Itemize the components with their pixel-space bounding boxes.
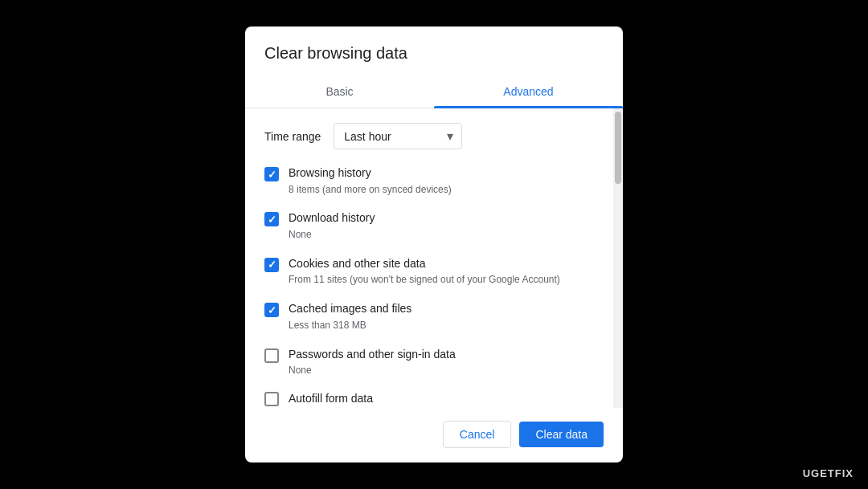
scrollbar-thumb[interactable]	[615, 112, 621, 184]
checkbox-item-download-history: ✓ Download history None	[264, 210, 594, 241]
cancel-button[interactable]: Cancel	[443, 421, 512, 448]
content-area: Time range Last hour ▾ ✓ Browsing histor…	[245, 108, 613, 408]
checkbox-cached-images[interactable]: ✓	[264, 303, 279, 317]
checkbox-sublabel-download-history: None	[289, 228, 375, 242]
checkbox-sublabel-passwords: None	[289, 364, 456, 377]
checkbox-item-passwords: Passwords and other sign-in data None	[264, 347, 594, 377]
checkbox-download-history[interactable]: ✓	[264, 212, 279, 226]
clear-browsing-data-dialog: Clear browsing data Basic Advanced Time …	[245, 26, 623, 463]
checkbox-cookies[interactable]: ✓	[264, 258, 279, 272]
checkbox-item-autofill: Autofill form data	[264, 392, 594, 408]
time-range-label: Time range	[264, 130, 321, 143]
checkbox-sublabel-cached-images: Less than 318 MB	[289, 319, 411, 332]
time-range-value: Last hour	[344, 130, 391, 143]
checkbox-label-browsing-history: Browsing history	[289, 165, 452, 181]
clear-data-button[interactable]: Clear data	[519, 422, 604, 447]
tab-basic[interactable]: Basic	[245, 77, 434, 108]
checkmark-icon: ✓	[268, 169, 276, 180]
checkbox-item-cached-images: ✓ Cached images and files Less than 318 …	[264, 301, 594, 332]
checkbox-label-passwords: Passwords and other sign-in data	[289, 347, 456, 363]
checkbox-item-cookies: ✓ Cookies and other site data From 11 si…	[264, 256, 594, 287]
checkbox-label-autofill: Autofill form data	[289, 392, 373, 405]
checkbox-sublabel-browsing-history: 8 items (and more on synced devices)	[289, 183, 452, 197]
tab-advanced[interactable]: Advanced	[434, 77, 623, 108]
dialog-footer: Cancel Clear data	[245, 408, 623, 463]
checkbox-label-download-history: Download history	[289, 210, 375, 226]
checkmark-icon: ✓	[268, 214, 276, 225]
scrollbar-track[interactable]	[613, 108, 623, 408]
checkmark-icon: ✓	[268, 305, 276, 316]
tabs-bar: Basic Advanced	[245, 77, 623, 108]
checkbox-passwords[interactable]	[264, 348, 279, 363]
checkbox-label-cached-images: Cached images and files	[289, 301, 411, 317]
dropdown-arrow-icon: ▾	[447, 128, 453, 144]
checkbox-autofill[interactable]	[264, 392, 279, 406]
dialog-body: Time range Last hour ▾ ✓ Browsing histor…	[245, 108, 623, 408]
checkbox-item-browsing-history: ✓ Browsing history 8 items (and more on …	[264, 165, 594, 196]
dialog-title: Clear browsing data	[245, 26, 623, 63]
checkbox-browsing-history[interactable]: ✓	[264, 167, 279, 181]
checkmark-icon: ✓	[268, 259, 276, 270]
checkbox-label-cookies: Cookies and other site data	[289, 256, 560, 272]
checkbox-sublabel-cookies: From 11 sites (you won't be signed out o…	[289, 273, 560, 287]
time-range-row: Time range Last hour ▾	[264, 123, 594, 149]
watermark-text: UGETFIX	[803, 467, 854, 479]
time-range-select[interactable]: Last hour ▾	[334, 123, 462, 149]
